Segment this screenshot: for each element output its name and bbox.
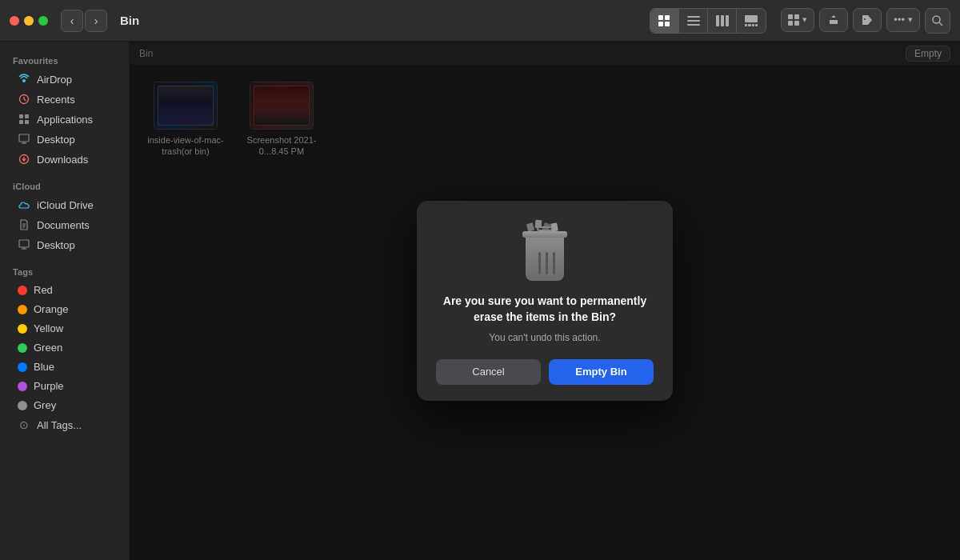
svg-line-24 <box>24 99 26 101</box>
empty-bin-button[interactable]: Empty Bin <box>549 359 654 385</box>
sidebar-item-red[interactable]: Red <box>5 281 124 299</box>
sidebar-item-icloud-drive-label: iCloud Drive <box>37 199 94 211</box>
svg-rect-28 <box>25 120 29 124</box>
sidebar-item-yellow-label: Yellow <box>34 322 63 334</box>
blue-dot <box>18 362 27 372</box>
sidebar-item-orange-label: Orange <box>34 303 68 315</box>
svg-rect-3 <box>665 22 670 26</box>
view-controls <box>650 8 766 34</box>
favourites-label: Favourites <box>0 51 129 69</box>
sidebar-item-icloud-desktop-label: Desktop <box>37 239 75 251</box>
gallery-view-button[interactable] <box>737 9 766 33</box>
purple-dot <box>18 382 27 391</box>
all-tags-icon: ⊙ <box>18 418 30 431</box>
modal-subtitle: You can't undo this action. <box>489 332 600 343</box>
svg-rect-18 <box>794 21 799 26</box>
svg-rect-11 <box>748 24 751 26</box>
svg-rect-1 <box>665 15 670 20</box>
svg-rect-15 <box>788 14 793 19</box>
sidebar-item-all-tags[interactable]: ⊙ All Tags... <box>5 415 124 434</box>
sidebar-item-applications[interactable]: Applications <box>5 110 124 129</box>
svg-rect-37 <box>19 240 29 247</box>
svg-point-19 <box>933 16 940 23</box>
yellow-dot <box>18 324 27 334</box>
sidebar-item-purple[interactable]: Purple <box>5 377 124 395</box>
column-view-button[interactable] <box>708 9 737 33</box>
trash-icon-large <box>519 223 570 281</box>
main-area: Favourites AirDrop Recents <box>0 42 960 560</box>
sidebar-item-yellow[interactable]: Yellow <box>5 319 124 338</box>
svg-rect-7 <box>716 15 719 26</box>
sidebar: Favourites AirDrop Recents <box>0 42 130 560</box>
back-button[interactable]: ‹ <box>61 10 83 32</box>
sidebar-item-desktop[interactable]: Desktop <box>5 130 124 149</box>
sidebar-item-documents[interactable]: Documents <box>5 215 124 234</box>
svg-rect-6 <box>687 24 700 26</box>
green-dot <box>18 343 27 353</box>
svg-rect-27 <box>19 120 23 124</box>
sidebar-item-applications-label: Applications <box>37 114 93 126</box>
svg-rect-8 <box>721 15 724 26</box>
sidebar-item-desktop-label: Desktop <box>37 134 75 146</box>
sidebar-item-grey[interactable]: Grey <box>5 396 124 414</box>
icloud-label: iCloud <box>0 177 129 194</box>
svg-rect-16 <box>794 14 799 19</box>
recents-icon <box>18 93 30 106</box>
desktop-icon <box>18 133 30 146</box>
sidebar-item-grey-label: Grey <box>34 399 56 411</box>
more-button[interactable]: ••• ▾ <box>886 8 920 32</box>
sidebar-item-all-tags-label: All Tags... <box>37 419 82 431</box>
svg-rect-12 <box>745 24 747 26</box>
cancel-button[interactable]: Cancel <box>436 359 541 385</box>
trash-body <box>526 238 564 281</box>
group-button[interactable]: ▾ <box>781 8 814 32</box>
trash-lid <box>522 231 567 238</box>
applications-icon <box>18 113 30 126</box>
orange-dot <box>18 305 27 314</box>
downloads-icon <box>18 153 30 166</box>
sidebar-item-recents[interactable]: Recents <box>5 90 124 109</box>
file-area: Bin Empty inside-view-of-mac-trash(or bi… <box>130 42 960 560</box>
tag-button[interactable] <box>853 8 882 32</box>
svg-rect-2 <box>658 22 663 26</box>
sidebar-item-documents-label: Documents <box>37 219 90 231</box>
icon-view-button[interactable] <box>650 9 679 33</box>
svg-rect-29 <box>19 134 29 142</box>
list-view-button[interactable] <box>679 9 708 33</box>
sidebar-item-green-label: Green <box>34 342 62 354</box>
empty-bin-modal: Are you sure you want to permanently era… <box>417 201 673 400</box>
sidebar-item-green[interactable]: Green <box>5 338 124 357</box>
icloud-drive-icon <box>18 198 30 211</box>
svg-rect-5 <box>687 20 700 22</box>
grey-dot <box>18 401 27 410</box>
sidebar-item-airdrop[interactable]: AirDrop <box>5 70 124 89</box>
window-title: Bin <box>120 14 139 27</box>
minimize-button[interactable] <box>24 16 34 26</box>
sidebar-item-orange[interactable]: Orange <box>5 300 124 318</box>
svg-rect-26 <box>25 114 29 118</box>
sidebar-item-downloads[interactable]: Downloads <box>5 150 124 169</box>
svg-rect-13 <box>752 24 754 26</box>
share-button[interactable] <box>819 8 848 32</box>
modal-title: Are you sure you want to permanently era… <box>436 294 654 325</box>
sidebar-item-purple-label: Purple <box>34 380 64 392</box>
sidebar-item-blue[interactable]: Blue <box>5 358 124 376</box>
close-button[interactable] <box>10 16 19 26</box>
svg-rect-25 <box>19 114 23 118</box>
trash-handle <box>537 226 553 231</box>
forward-button[interactable]: › <box>85 10 107 32</box>
svg-rect-0 <box>658 15 663 20</box>
svg-rect-10 <box>745 15 758 22</box>
sidebar-item-icloud-drive[interactable]: iCloud Drive <box>5 195 124 214</box>
maximize-button[interactable] <box>38 16 48 26</box>
sidebar-item-icloud-desktop[interactable]: Desktop <box>5 235 124 254</box>
svg-rect-17 <box>788 21 793 26</box>
search-button[interactable] <box>925 8 950 34</box>
sidebar-item-recents-label: Recents <box>37 94 75 106</box>
icloud-desktop-icon <box>18 238 30 251</box>
modal-buttons: Cancel Empty Bin <box>436 359 654 385</box>
sidebar-item-red-label: Red <box>34 284 53 296</box>
modal-overlay: Are you sure you want to permanently era… <box>130 42 960 560</box>
sidebar-item-blue-label: Blue <box>34 361 54 373</box>
nav-buttons: ‹ › <box>61 10 107 32</box>
